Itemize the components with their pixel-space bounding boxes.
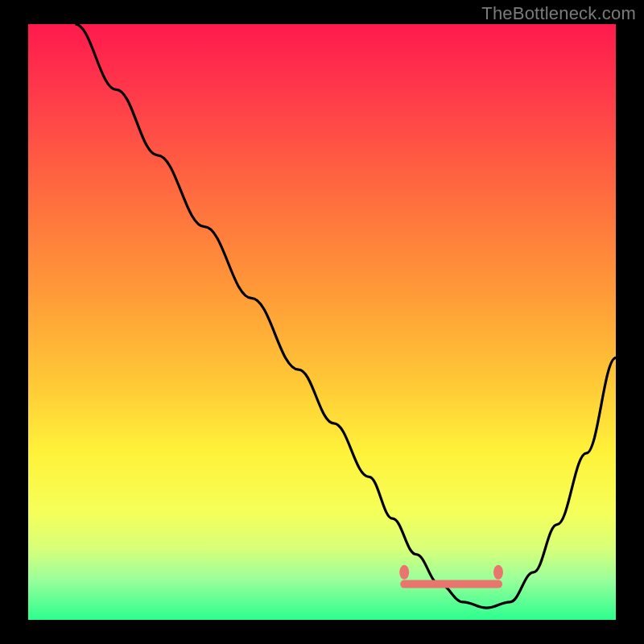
chart-plot-area <box>28 24 616 620</box>
optimal-range-cap-left <box>399 565 409 580</box>
optimal-range-cap-right <box>493 565 503 580</box>
chart-background <box>28 24 616 620</box>
chart-svg <box>28 24 616 620</box>
chart-frame: TheBottleneck.com <box>0 0 644 644</box>
watermark-text: TheBottleneck.com <box>481 3 636 24</box>
